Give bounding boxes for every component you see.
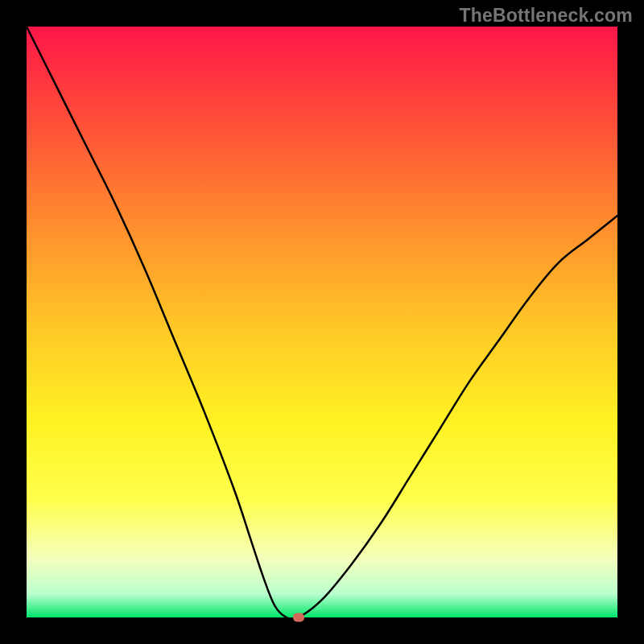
optimal-point-marker bbox=[293, 613, 304, 622]
chart-frame: TheBottleneck.com bbox=[0, 0, 644, 644]
bottleneck-curve bbox=[27, 27, 617, 617]
plot-area bbox=[27, 27, 617, 617]
watermark-text: TheBottleneck.com bbox=[459, 5, 633, 27]
